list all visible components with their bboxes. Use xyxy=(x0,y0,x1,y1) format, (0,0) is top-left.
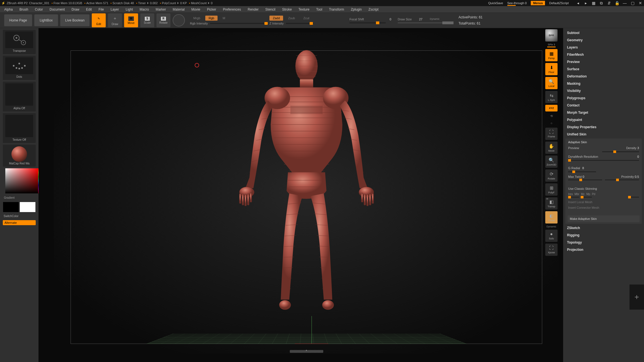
zadd-toggle[interactable]: Zadd xyxy=(269,16,283,21)
rp-zsketch[interactable]: ZSketch xyxy=(564,224,643,232)
menu-draw[interactable]: Draw xyxy=(71,8,79,11)
zcut-toggle[interactable]: Zcut xyxy=(300,16,313,21)
rp-contact[interactable]: Contact xyxy=(564,102,643,109)
menu-file[interactable]: File xyxy=(98,8,104,11)
rp-masking[interactable]: Masking xyxy=(564,80,643,87)
floor-button[interactable]: ⬇Floor xyxy=(545,63,558,75)
menu-brush[interactable]: Brush xyxy=(20,8,28,11)
rp-polygroups[interactable]: Polygroups xyxy=(564,94,643,102)
menu-document[interactable]: Document xyxy=(50,8,65,11)
rp-fibermesh[interactable]: FiberMesh xyxy=(564,51,643,58)
menu-render[interactable]: Render xyxy=(248,8,259,11)
insert-connector-mesh-button[interactable]: Insert Connector Mesh xyxy=(566,205,641,210)
rotate-nav-button[interactable]: ⟳Rotate xyxy=(545,169,558,182)
frame-button[interactable]: ⛶Frame xyxy=(545,128,558,140)
quicksave-button[interactable]: QuickSave xyxy=(488,1,503,5)
menu-texture[interactable]: Texture xyxy=(298,8,309,11)
lsym-button[interactable]: ⇆L.Sym xyxy=(545,91,558,103)
polyf-button[interactable]: ⊞PolyF xyxy=(545,183,558,196)
solo-button[interactable]: ●Solo xyxy=(545,230,558,242)
sphere-icon[interactable]: ○ xyxy=(551,120,553,126)
right-divider[interactable]: ◂▸ xyxy=(546,195,549,202)
menu-zscript[interactable]: Zscript xyxy=(368,8,378,11)
adaptive-skin-header[interactable]: Adaptive Skin xyxy=(566,139,641,145)
edit-mode-button[interactable]: ✎Edit xyxy=(92,13,106,27)
menu-stencil[interactable]: Stencil xyxy=(265,8,275,11)
sub-slider-1[interactable] xyxy=(568,197,579,198)
menu-alpha[interactable]: Alpha xyxy=(4,8,13,11)
rgb-toggle[interactable]: Rgb xyxy=(205,16,218,21)
switch-color-button[interactable]: SwitchColor xyxy=(3,214,36,218)
move-mode-button[interactable]: MMove xyxy=(124,13,138,27)
rotate-axis-icon[interactable]: ⟲ xyxy=(550,113,553,119)
live-boolean-button[interactable]: Live Boolean xyxy=(60,14,90,26)
dynamesh-slider[interactable] xyxy=(568,160,639,161)
rp-projection[interactable]: Projection xyxy=(564,246,643,253)
rp-rigging[interactable]: Rigging xyxy=(564,232,643,239)
rp-surface[interactable]: Surface xyxy=(564,65,643,73)
rp-subtool[interactable]: Subtool xyxy=(564,29,643,37)
prev-icon[interactable]: ◂ xyxy=(576,1,580,5)
menu-preferences[interactable]: Preferences xyxy=(223,8,241,11)
rotate-mode-button[interactable]: RRotate xyxy=(156,13,170,27)
sub-slider-2[interactable] xyxy=(581,197,592,198)
menu-material[interactable]: Material xyxy=(173,8,185,11)
menu-color[interactable]: Color xyxy=(35,8,43,11)
menu-tool[interactable]: Tool xyxy=(316,8,322,11)
persp-button[interactable]: ▦Persp xyxy=(545,49,558,61)
focal-shift-slider[interactable] xyxy=(349,22,386,23)
proximity-slider[interactable] xyxy=(605,179,639,180)
swatch-white[interactable] xyxy=(20,202,35,212)
menu-stroke[interactable]: Stroke xyxy=(282,8,292,11)
swatch-black[interactable] xyxy=(3,202,19,212)
matcap-card[interactable]: MatCap Red Wa xyxy=(3,145,36,167)
draw-size-slider[interactable] xyxy=(398,22,451,23)
rp-geometry[interactable]: Geometry xyxy=(564,37,643,44)
rp-morph-target[interactable]: Morph Target xyxy=(564,109,643,116)
rp-visibility[interactable]: Visibility xyxy=(564,87,643,94)
default-zscript-button[interactable]: DefaultZScript xyxy=(549,1,569,5)
color-picker[interactable] xyxy=(5,168,33,193)
transpose-card[interactable]: Transpose xyxy=(3,30,36,54)
max-twist-slider[interactable] xyxy=(568,179,602,180)
xpose-button[interactable]: ⛶Xpose xyxy=(545,244,558,256)
mrgb-toggle[interactable]: Mrgb xyxy=(190,16,204,21)
rp-deformation[interactable]: Deformation xyxy=(564,73,643,80)
xyz-button[interactable]: XYZ xyxy=(545,105,558,111)
gradial-slider[interactable] xyxy=(568,171,596,172)
ires-btn[interactable]: Ires xyxy=(568,193,573,196)
make-adaptive-skin-button[interactable]: Make Adaptive Skin xyxy=(568,215,640,222)
menu-edit[interactable]: Edit xyxy=(86,8,92,11)
rp-polypaint[interactable]: Polypaint xyxy=(564,116,643,123)
next-icon[interactable]: ▸ xyxy=(583,1,588,5)
menu-picker[interactable]: Picker xyxy=(207,8,216,11)
rp-display-properties[interactable]: Display Properties xyxy=(564,123,643,131)
mc-btn[interactable]: Mc xyxy=(581,193,585,196)
rgb-intensity-slider[interactable] xyxy=(210,23,266,24)
home-page-button[interactable]: Home Page xyxy=(4,14,32,26)
insert-local-mesh-button[interactable]: Insert Local Mesh xyxy=(566,199,641,205)
classic-skinning-toggle[interactable]: Use Classic Skinning xyxy=(568,187,597,190)
lightbox-button[interactable]: LightBox xyxy=(34,14,58,26)
m-toggle[interactable]: M xyxy=(219,16,228,21)
grid-icon[interactable]: ▦ xyxy=(591,1,596,5)
preview-button[interactable]: Preview xyxy=(568,146,579,150)
ghost-button[interactable]: ◐Ghost xyxy=(545,211,558,223)
density-slider[interactable] xyxy=(602,151,639,152)
menu-macro[interactable]: Macro xyxy=(140,8,149,11)
spix-slider[interactable]: SPix 3 xyxy=(545,43,558,47)
mbr-btn[interactable]: Mbr xyxy=(575,193,579,196)
link-icon[interactable]: ⇵ xyxy=(607,1,611,5)
viewport-scrollbar[interactable] xyxy=(290,350,323,353)
zsub-toggle[interactable]: Zsub xyxy=(285,16,298,21)
menu-zplugin[interactable]: Zplugin xyxy=(351,8,362,11)
viewport[interactable]: BPR SPix 3 ▦Persp ⬇Floor 🔍Local ⇆L.Sym X… xyxy=(38,28,563,362)
add-panel-button[interactable]: + xyxy=(629,285,644,310)
local-button[interactable]: 🔍Local xyxy=(545,77,558,89)
maximize-icon[interactable]: ▢ xyxy=(630,1,635,5)
lock-icon[interactable]: 🔒 xyxy=(615,1,619,5)
z-intensity-slider[interactable] xyxy=(286,23,314,24)
layout-icon[interactable]: ⧉ xyxy=(599,1,604,5)
menu-transform[interactable]: Transform xyxy=(329,8,344,11)
draw-mode-button[interactable]: ✛Draw xyxy=(108,13,122,27)
